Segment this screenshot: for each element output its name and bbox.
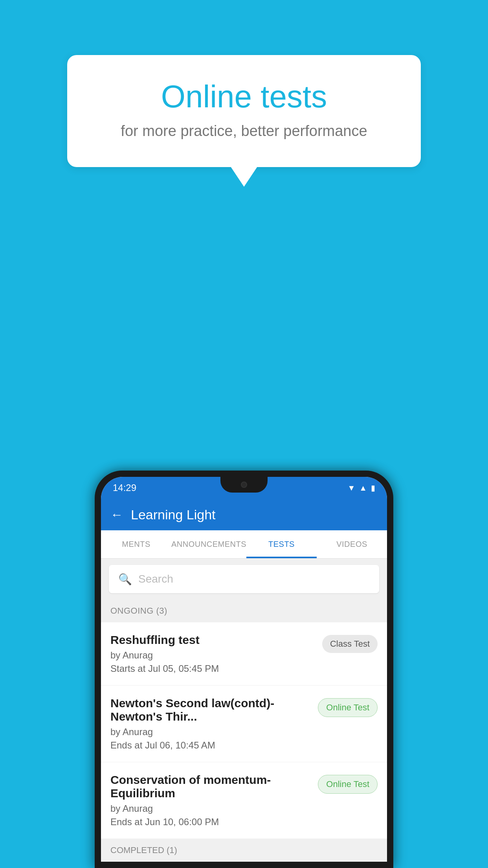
test-badge-1: Class Test <box>322 635 378 653</box>
phone-screen: 14:29 ▼ ▲ ▮ ← Learning Light MENTS ANNOU… <box>101 477 387 862</box>
search-icon: 🔍 <box>118 573 132 586</box>
test-info-1: Reshuffling test by Anurag Starts at Jul… <box>110 633 316 674</box>
signal-icon: ▲ <box>359 484 367 493</box>
test-author-1: by Anurag <box>110 650 316 661</box>
battery-icon: ▮ <box>371 483 375 493</box>
test-time-3: Ends at Jun 10, 06:00 PM <box>110 817 312 828</box>
phone-mockup: 14:29 ▼ ▲ ▮ ← Learning Light MENTS ANNOU… <box>95 471 393 868</box>
phone-frame: 14:29 ▼ ▲ ▮ ← Learning Light MENTS ANNOU… <box>95 471 393 868</box>
status-bar: 14:29 ▼ ▲ ▮ <box>101 477 387 499</box>
test-badge-3: Online Test <box>318 775 378 794</box>
test-name-1: Reshuffling test <box>110 633 316 647</box>
search-container: 🔍 Search <box>101 559 387 600</box>
app-header: ← Learning Light <box>101 499 387 530</box>
status-icons: ▼ ▲ ▮ <box>347 483 375 493</box>
tab-bar: MENTS ANNOUNCEMENTS TESTS VIDEOS <box>101 530 387 559</box>
completed-section-header: COMPLETED (1) <box>101 839 387 862</box>
notch <box>220 477 268 493</box>
tab-tests[interactable]: TESTS <box>246 530 317 558</box>
bubble-subtitle: for more practice, better performance <box>99 123 389 140</box>
bubble-title: Online tests <box>99 79 389 115</box>
ongoing-section-header: ONGOING (3) <box>101 600 387 622</box>
camera <box>241 482 247 488</box>
test-author-3: by Anurag <box>110 803 312 814</box>
test-name-3: Conservation of momentum-Equilibrium <box>110 773 312 800</box>
status-time: 14:29 <box>113 482 136 493</box>
test-item-2[interactable]: Newton's Second law(contd)-Newton's Thir… <box>101 686 387 762</box>
tab-announcements[interactable]: ANNOUNCEMENTS <box>171 530 246 558</box>
search-placeholder: Search <box>138 573 173 585</box>
test-info-2: Newton's Second law(contd)-Newton's Thir… <box>110 697 312 751</box>
tab-videos[interactable]: VIDEOS <box>317 530 387 558</box>
test-item-1[interactable]: Reshuffling test by Anurag Starts at Jul… <box>101 622 387 686</box>
app-title: Learning Light <box>131 507 216 522</box>
test-item-3[interactable]: Conservation of momentum-Equilibrium by … <box>101 762 387 839</box>
test-name-2: Newton's Second law(contd)-Newton's Thir… <box>110 697 312 723</box>
test-list: Reshuffling test by Anurag Starts at Jul… <box>101 622 387 839</box>
speech-bubble: Online tests for more practice, better p… <box>67 55 421 167</box>
search-bar[interactable]: 🔍 Search <box>109 565 379 593</box>
test-time-1: Starts at Jul 05, 05:45 PM <box>110 663 316 674</box>
test-time-2: Ends at Jul 06, 10:45 AM <box>110 740 312 751</box>
test-info-3: Conservation of momentum-Equilibrium by … <box>110 773 312 828</box>
wifi-icon: ▼ <box>347 484 355 493</box>
back-button[interactable]: ← <box>110 508 123 522</box>
speech-bubble-container: Online tests for more practice, better p… <box>67 55 421 167</box>
tab-ments[interactable]: MENTS <box>101 530 171 558</box>
test-author-2: by Anurag <box>110 726 312 737</box>
test-badge-2: Online Test <box>318 698 378 717</box>
